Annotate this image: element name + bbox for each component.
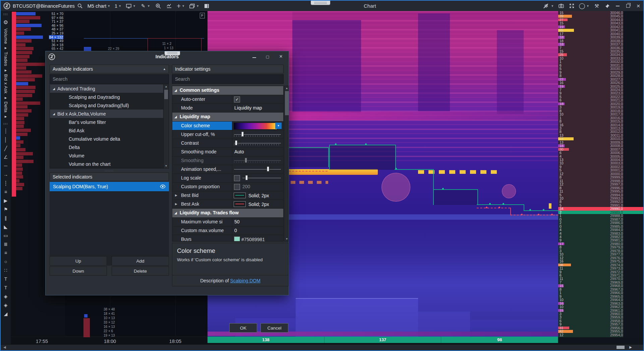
up-button[interactable]: Up (50, 256, 107, 266)
expander-icon[interactable]: ◢ (174, 88, 177, 92)
setting-value[interactable]: Solid; 2px (232, 191, 283, 200)
setting-row[interactable]: Custom max.volume0 (172, 226, 283, 235)
cancel-button[interactable]: Cancel (260, 323, 288, 333)
setting-value[interactable] (232, 156, 283, 165)
symbol-selector[interactable]: BTCUSDT@BinanceFutures (13, 3, 75, 9)
ruler-icon[interactable]: ≡ (4, 189, 7, 195)
setting-value[interactable]: ✓ (232, 95, 283, 103)
ellipse-icon[interactable]: ○ (4, 259, 7, 265)
tree-item[interactable]: Bar's volume filter (50, 118, 169, 126)
setting-row[interactable]: Log scale (172, 174, 283, 183)
dashed-line-icon[interactable]: ┆ (4, 181, 7, 186)
setting-row[interactable]: Animation speed,... (172, 165, 283, 174)
pin-icon[interactable] (604, 3, 610, 9)
settings-search-input[interactable]: Search (172, 74, 284, 84)
zoom-icon[interactable] (155, 3, 161, 9)
screenshot-icon[interactable] (558, 3, 564, 9)
freehand-icon[interactable]: ┊ (4, 128, 7, 134)
restore-icon[interactable] (625, 3, 631, 9)
expander-icon[interactable]: ◢ (174, 211, 177, 215)
setting-value[interactable]: Solid; 2px (232, 200, 283, 208)
expander-icon[interactable]: ▶ (175, 194, 177, 197)
setting-row[interactable]: Smoothing (172, 156, 283, 165)
setting-value[interactable]: 200 (232, 183, 283, 191)
setting-value[interactable] (232, 139, 283, 147)
dialog-close-icon[interactable]: ✕ (277, 54, 285, 60)
setting-value[interactable] (232, 165, 283, 173)
dialog-titlebar[interactable]: Indicators ▢ ✕ (46, 51, 289, 63)
search-icon[interactable] (77, 3, 83, 9)
setting-row[interactable]: ▶Best BidSolid; 2px (172, 191, 283, 200)
scroll-down-icon[interactable]: ▼ (164, 164, 169, 168)
price-label-icon[interactable]: ◈ (4, 294, 8, 299)
minimize-icon[interactable] (614, 3, 621, 9)
setting-value[interactable]: 0 (232, 226, 283, 235)
fullscreen-icon[interactable] (569, 3, 575, 9)
scale-selector[interactable]: 1▼ (115, 3, 121, 9)
tree-group[interactable]: ◢Bid x Ask,Delta,Volume (50, 110, 169, 118)
tree-item[interactable]: Cumulative volume delta (50, 135, 169, 143)
dialog-minimize-icon[interactable] (250, 54, 258, 60)
tree-scrollbar[interactable]: ▲ ▼ (163, 84, 169, 168)
tools-icon[interactable]: ⚒ (594, 3, 600, 9)
pane-splitter[interactable]: ...... (50, 169, 169, 172)
indicator-search-input[interactable]: Search (50, 74, 169, 84)
corner-icon[interactable]: ◢ (4, 311, 8, 317)
parallel-lines-icon[interactable]: ∥ (5, 215, 7, 221)
setting-value[interactable] (232, 174, 283, 182)
setting-row[interactable]: Buys#75089981 (172, 235, 283, 241)
angle-icon[interactable]: ∠ (4, 154, 8, 160)
setting-row[interactable]: ◢Common settings (172, 86, 283, 95)
setting-row[interactable]: Color scheme▼ (172, 122, 283, 130)
tag-icon[interactable]: ◈ (4, 302, 8, 308)
selected-indicators-header[interactable]: Selected indicators (50, 172, 169, 181)
down-button[interactable]: Down (50, 266, 107, 276)
delete-button[interactable]: Delete (112, 266, 169, 276)
chart-type-icon[interactable] (166, 3, 172, 9)
triangle-icon[interactable]: ◣ (4, 224, 8, 230)
dialog-maximize-icon[interactable]: ▢ (264, 54, 271, 60)
available-indicators-header[interactable]: Available indicators▲ (50, 65, 169, 73)
settings-scrollbar[interactable]: ▲ ▼ (284, 86, 289, 241)
scroll-thumb[interactable] (285, 91, 289, 115)
scroll-left-icon[interactable]: ◀ (3, 345, 6, 349)
indicator-help-link[interactable]: Scalping DOM (230, 278, 260, 283)
expander-icon[interactable]: ▶ (175, 202, 177, 206)
grid-dots-icon[interactable]: ∷ (4, 268, 7, 273)
vertical-line-icon[interactable]: │ (4, 137, 7, 143)
cursor-icon[interactable]: ▶ (4, 198, 8, 204)
arrow-icon[interactable]: → (3, 172, 8, 178)
visibility-eye-icon[interactable] (160, 185, 166, 189)
setting-row[interactable]: Custom proportion200 (172, 183, 283, 191)
flag-icon[interactable]: ⚑ (4, 207, 8, 212)
tree-item[interactable]: Volume (50, 151, 169, 160)
setting-value[interactable]: Auto (232, 148, 283, 156)
add-indicator-button[interactable]: + ▼ (177, 3, 185, 9)
dropdown-button[interactable]: ▼ (275, 123, 282, 129)
text-note-icon[interactable]: T (4, 285, 7, 291)
expander-icon[interactable]: ◢ (174, 115, 177, 119)
drawing-menu[interactable]: ✎ ▼ (140, 3, 150, 9)
scroll-up-icon[interactable]: ▲ (164, 84, 169, 89)
horizontal-line-icon[interactable]: ─ (4, 163, 7, 169)
tree-group[interactable]: ◢Advanced Trading (50, 84, 169, 93)
record-circle-icon[interactable]: ◯ (579, 3, 585, 9)
screens-menu[interactable]: ▼ (126, 3, 136, 9)
expander-icon[interactable]: ◢ (53, 87, 57, 90)
close-icon[interactable]: ✕ (635, 3, 641, 9)
setting-value[interactable]: #75089981 (232, 235, 283, 241)
setting-row[interactable]: ModeLiquidity map (172, 104, 283, 113)
footprint-badge[interactable]: F (200, 13, 205, 18)
tree-item[interactable]: Scalping and Daytrading(full) (50, 101, 169, 110)
setting-row[interactable]: Auto-center✓ (172, 95, 283, 104)
dom-panel-icon[interactable] (203, 3, 210, 9)
add-button[interactable]: Add (112, 256, 169, 266)
setting-value[interactable]: Liquidity map (232, 104, 283, 112)
layout-menu[interactable]: ▼ (189, 3, 199, 9)
gear-icon[interactable]: ⚙ (1, 19, 11, 25)
setting-value[interactable]: 50 (232, 218, 283, 226)
ok-button[interactable]: OK (229, 323, 257, 333)
setting-row[interactable]: Smoothing modeAuto (172, 148, 283, 156)
autofreeze-icon[interactable]: ❄ (543, 3, 549, 9)
tree-item[interactable]: Scalping and Daytrading (50, 93, 169, 101)
